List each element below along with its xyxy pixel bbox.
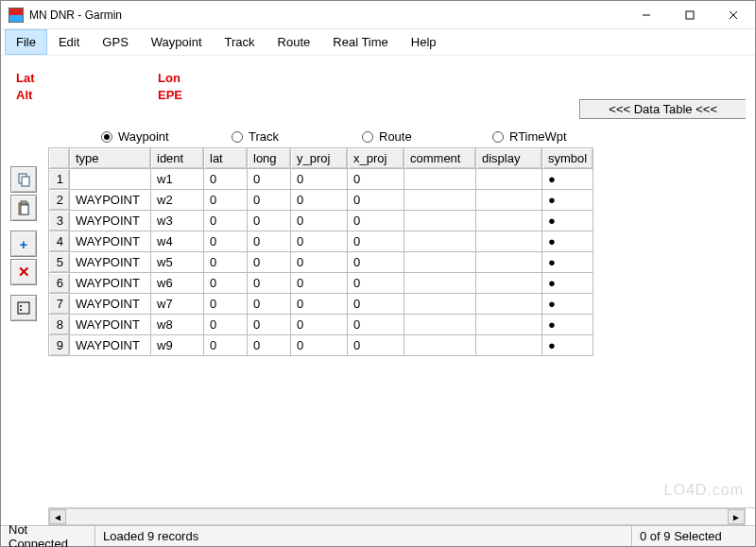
cell-display[interactable] bbox=[476, 315, 542, 335]
minimize-button[interactable] bbox=[625, 1, 668, 29]
cell-y_proj[interactable]: 0 bbox=[291, 231, 348, 252]
cell-display[interactable] bbox=[476, 252, 542, 273]
add-button[interactable]: + bbox=[10, 231, 37, 257]
cell-x_proj[interactable]: 0 bbox=[348, 252, 404, 273]
cell-lat[interactable]: 0 bbox=[204, 315, 248, 335]
cell-long[interactable]: 0 bbox=[248, 231, 291, 252]
cell-y_proj[interactable]: 0 bbox=[291, 211, 348, 231]
cell-type[interactable]: WAYPOINT bbox=[70, 294, 151, 315]
cell-y_proj[interactable]: 0 bbox=[291, 169, 348, 190]
menu-waypoint[interactable]: Waypoint bbox=[140, 29, 214, 55]
cell-ident[interactable]: w6 bbox=[151, 273, 204, 294]
cell-symbol[interactable]: ● bbox=[542, 335, 593, 356]
menu-real-time[interactable]: Real Time bbox=[321, 29, 400, 55]
cell-lat[interactable]: 0 bbox=[204, 294, 248, 315]
cell-long[interactable]: 0 bbox=[248, 169, 291, 190]
cell-ident[interactable]: w1 bbox=[151, 169, 204, 190]
col-header-ident[interactable]: ident bbox=[151, 148, 204, 169]
row-header[interactable]: 8 bbox=[49, 315, 70, 335]
row-header[interactable]: 7 bbox=[49, 294, 70, 315]
row-header[interactable]: 2 bbox=[49, 190, 70, 211]
cell-x_proj[interactable]: 0 bbox=[348, 211, 404, 231]
table-row[interactable]: 6WAYPOINTw60000● bbox=[49, 273, 593, 294]
cell-comment[interactable] bbox=[404, 315, 476, 335]
cell-x_proj[interactable]: 0 bbox=[348, 335, 404, 356]
cell-ident[interactable]: w9 bbox=[151, 335, 204, 356]
col-header-comment[interactable]: comment bbox=[404, 148, 476, 169]
cell-symbol[interactable]: ● bbox=[542, 190, 593, 211]
cell-display[interactable] bbox=[476, 273, 542, 294]
menu-help[interactable]: Help bbox=[400, 29, 448, 55]
cell-type[interactable]: WAYPOINT bbox=[70, 211, 151, 231]
cell-y_proj[interactable]: 0 bbox=[291, 252, 348, 273]
cell-long[interactable]: 0 bbox=[248, 190, 291, 211]
cell-lat[interactable]: 0 bbox=[204, 211, 248, 231]
cell-symbol[interactable]: ● bbox=[542, 231, 593, 252]
cell-type[interactable]: WAYPOINT bbox=[70, 335, 151, 356]
data-grid-wrap[interactable]: typeidentlatlongy_projx_projcommentdispl… bbox=[48, 147, 755, 508]
cell-symbol[interactable]: ● bbox=[542, 315, 593, 335]
table-row[interactable]: 3WAYPOINTw30000● bbox=[49, 211, 593, 231]
data-table-button[interactable]: <<< Data Table <<< bbox=[579, 99, 746, 119]
cell-display[interactable] bbox=[476, 190, 542, 211]
cell-comment[interactable] bbox=[404, 294, 476, 315]
cell-ident[interactable]: w4 bbox=[151, 231, 204, 252]
col-header-long[interactable]: long bbox=[248, 148, 291, 169]
row-header[interactable]: 9 bbox=[49, 335, 70, 356]
cell-x_proj[interactable]: 0 bbox=[348, 294, 404, 315]
cell-ident[interactable]: w2 bbox=[151, 190, 204, 211]
cell-comment[interactable] bbox=[404, 169, 476, 190]
cell-x_proj[interactable]: 0 bbox=[348, 273, 404, 294]
menu-gps[interactable]: GPS bbox=[91, 29, 139, 55]
col-header-lat[interactable]: lat bbox=[204, 148, 248, 169]
cell-type[interactable]: WAYPOINT bbox=[70, 252, 151, 273]
cell-ident[interactable]: w7 bbox=[151, 294, 204, 315]
cell-y_proj[interactable]: 0 bbox=[291, 335, 348, 356]
radio-track[interactable]: Track bbox=[232, 129, 351, 144]
cell-lat[interactable]: 0 bbox=[204, 231, 248, 252]
maximize-button[interactable] bbox=[668, 1, 712, 29]
row-header[interactable]: 4 bbox=[49, 231, 70, 252]
cell-symbol[interactable]: ● bbox=[542, 294, 593, 315]
cell-comment[interactable] bbox=[404, 273, 476, 294]
scroll-right-button[interactable]: ► bbox=[728, 509, 745, 524]
close-button[interactable] bbox=[712, 1, 755, 29]
cell-long[interactable]: 0 bbox=[248, 335, 291, 356]
col-header-type[interactable]: type bbox=[70, 148, 151, 169]
grid-corner[interactable] bbox=[49, 148, 70, 169]
cell-symbol[interactable]: ● bbox=[542, 252, 593, 273]
scroll-left-button[interactable]: ◄ bbox=[49, 509, 66, 524]
cell-x_proj[interactable]: 0 bbox=[348, 190, 404, 211]
row-header[interactable]: 3 bbox=[49, 211, 70, 231]
cell-display[interactable] bbox=[476, 231, 542, 252]
scroll-track[interactable] bbox=[66, 509, 728, 524]
table-row[interactable]: 5WAYPOINTw50000● bbox=[49, 252, 593, 273]
cell-comment[interactable] bbox=[404, 335, 476, 356]
row-header[interactable]: 6 bbox=[49, 273, 70, 294]
cell-type[interactable]: WAYPOINT bbox=[70, 273, 151, 294]
titlebar[interactable]: MN DNR - Garmin bbox=[1, 1, 755, 29]
cell-type[interactable]: WAYPOINT bbox=[70, 315, 151, 335]
cell-lat[interactable]: 0 bbox=[204, 190, 248, 211]
cell-type[interactable]: WAYPOINT bbox=[70, 169, 151, 190]
col-header-display[interactable]: display bbox=[476, 148, 542, 169]
cell-ident[interactable]: w5 bbox=[151, 252, 204, 273]
radio-rtimewpt[interactable]: RTimeWpt bbox=[492, 129, 611, 144]
table-row[interactable]: 2WAYPOINTw20000● bbox=[49, 190, 593, 211]
table-row[interactable]: 8WAYPOINTw80000● bbox=[49, 315, 593, 335]
cell-display[interactable] bbox=[476, 294, 542, 315]
cell-lat[interactable]: 0 bbox=[204, 252, 248, 273]
menu-file[interactable]: File bbox=[5, 29, 47, 55]
paste-button[interactable] bbox=[10, 195, 37, 221]
cell-lat[interactable]: 0 bbox=[204, 273, 248, 294]
row-header[interactable]: 1 bbox=[49, 169, 70, 190]
cell-long[interactable]: 0 bbox=[248, 273, 291, 294]
menu-track[interactable]: Track bbox=[214, 29, 266, 55]
cell-y_proj[interactable]: 0 bbox=[291, 190, 348, 211]
cell-symbol[interactable]: ● bbox=[542, 169, 593, 190]
row-header[interactable]: 5 bbox=[49, 252, 70, 273]
cell-comment[interactable] bbox=[404, 252, 476, 273]
cell-comment[interactable] bbox=[404, 211, 476, 231]
table-row[interactable]: 7WAYPOINTw70000● bbox=[49, 294, 593, 315]
table-row[interactable]: 4WAYPOINTw40000● bbox=[49, 231, 593, 252]
